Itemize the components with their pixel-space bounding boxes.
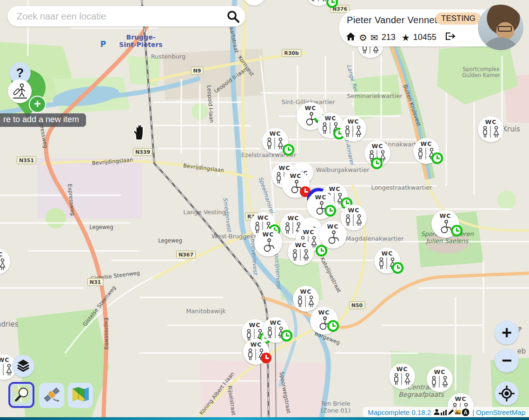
folded-map-icon xyxy=(71,385,90,406)
marker-wc-label: WC xyxy=(300,288,312,295)
marker-wc-label: WC xyxy=(249,322,261,328)
map-marker-toilet[interactable]: WC xyxy=(288,239,314,265)
satellite-icon xyxy=(42,385,61,406)
bot-icon[interactable] xyxy=(462,408,469,416)
map-marker-toilet[interactable]: WC xyxy=(478,116,504,142)
layers-button[interactable] xyxy=(12,355,34,377)
marker-wc-label: WC xyxy=(382,250,393,257)
map-marker-toilet[interactable]: WC xyxy=(282,170,310,198)
male-female-icon xyxy=(0,258,7,271)
map-marker-toilet[interactable]: WC xyxy=(389,363,415,389)
mapcomplete-version-link[interactable]: Mapcomplete 0.18.2 xyxy=(368,408,431,416)
add-item-tooltip: re to add a new item xyxy=(0,113,86,127)
crosshair-icon xyxy=(498,385,515,402)
star-count[interactable]: 10455 xyxy=(413,33,436,42)
map-marker-toilet[interactable]: WC xyxy=(243,339,269,365)
opening-hours-open-badge xyxy=(431,152,443,164)
map-marker-toilet[interactable]: WC xyxy=(307,191,335,219)
add-new-item-button[interactable]: + xyxy=(29,96,46,113)
messages-icon[interactable]: ✉ xyxy=(370,33,378,42)
opening-hours-open-badge xyxy=(324,204,337,217)
map-marker-toilet[interactable]: WC xyxy=(306,0,332,6)
opening-hours-open-badge xyxy=(280,329,293,342)
pencil-icon[interactable] xyxy=(448,409,454,415)
marker-wc-label: WC xyxy=(303,229,315,236)
map-marker-toilet[interactable]: WC xyxy=(374,248,400,274)
background-satellite-button[interactable] xyxy=(39,383,64,408)
opening-hours-open-badge xyxy=(327,320,339,332)
theme-icon[interactable] xyxy=(455,409,461,415)
map-marker-toilet[interactable]: WC xyxy=(427,366,453,392)
marker-wc-label: WC xyxy=(288,215,299,222)
search-input[interactable] xyxy=(7,11,226,22)
marker-wc-label: WC xyxy=(315,194,327,201)
map-marker-toilet[interactable]: WC xyxy=(0,249,10,275)
map-marker-toilet[interactable]: WC xyxy=(340,116,366,142)
message-count[interactable]: 213 xyxy=(382,33,396,42)
map-marker-toilet[interactable]: WC xyxy=(364,140,390,166)
map-marker-toilet[interactable]: WC xyxy=(263,317,289,343)
male-female-icon xyxy=(266,138,284,150)
theme-logo-button[interactable] xyxy=(8,79,32,103)
geolocate-button[interactable] xyxy=(495,381,519,406)
male-female-icon xyxy=(344,214,363,227)
openstreetmap-link[interactable]: OpenStreetMap xyxy=(476,408,525,416)
toilet-theme-icon xyxy=(11,82,29,101)
bottom-accent-bar xyxy=(0,417,529,420)
map-marker-toilet[interactable]: WC xyxy=(243,0,265,6)
marker-wc-label: WC xyxy=(397,366,408,373)
marker-wc-label: WC xyxy=(295,242,307,249)
marker-wc-label: WC xyxy=(421,140,432,147)
map-marker-toilet[interactable]: WC xyxy=(413,138,439,164)
help-label: ? xyxy=(16,66,24,80)
male-female-icon xyxy=(0,364,13,376)
marker-wc-label: WC xyxy=(327,223,339,230)
background-map-button[interactable] xyxy=(68,383,93,408)
opening-hours-open-badge xyxy=(326,0,338,8)
wheelchair-icon xyxy=(325,230,340,244)
background-osm-button[interactable] xyxy=(8,382,34,408)
opening-hours-open-badge xyxy=(391,262,404,274)
map-marker-toilet[interactable]: WC xyxy=(310,307,338,335)
map-marker-toilet[interactable]: WC xyxy=(262,128,288,154)
male-female-icon xyxy=(310,0,328,2)
home-icon[interactable] xyxy=(346,32,356,43)
star-icon: ★ xyxy=(402,33,410,42)
wheelchair-icon xyxy=(261,238,276,252)
logout-icon[interactable] xyxy=(444,32,456,43)
marker-wc-label: WC xyxy=(348,207,360,214)
marker-wc-label: WC xyxy=(455,395,467,402)
testing-badge: TESTING xyxy=(436,13,481,25)
male-female-icon xyxy=(297,295,315,308)
opening-hours-closed-badge xyxy=(260,352,272,364)
map-marker-toilet[interactable]: WC xyxy=(254,229,282,256)
zoom-in-button[interactable]: + xyxy=(495,321,519,345)
marker-wc-label: WC xyxy=(348,118,359,125)
map-marker-toilet[interactable]: WC xyxy=(431,210,459,238)
hand-cursor-icon xyxy=(132,124,146,143)
opening-hours-open-badge xyxy=(450,224,463,237)
map-marker-toilet[interactable]: WC xyxy=(293,286,319,312)
marker-wc-label: WC xyxy=(329,185,341,192)
marker-wc-label: WC xyxy=(318,309,330,316)
statistics-icon[interactable] xyxy=(440,409,447,415)
contributor-icon[interactable] xyxy=(434,409,440,415)
marker-wc-label: WC xyxy=(434,368,446,375)
avatar[interactable] xyxy=(478,5,523,50)
search-icon[interactable] xyxy=(226,9,240,23)
map-marker-toilet[interactable]: WC xyxy=(317,112,344,138)
zoom-out-button[interactable]: − xyxy=(495,348,519,373)
gear-icon[interactable]: ⚙ xyxy=(359,33,367,42)
marker-wc-label: WC xyxy=(485,118,497,125)
marker-wc-label: WC xyxy=(251,341,262,348)
marker-wc-label: WC xyxy=(0,356,9,363)
marker-wc-label: WC xyxy=(0,251,3,258)
marker-wc-label: WC xyxy=(279,164,291,171)
map-marker-toilet[interactable]: WC xyxy=(341,204,367,230)
mapcomplete-app: Brugge- Sint-PietersRustenburgSint-Gilli… xyxy=(0,0,529,420)
male-female-icon xyxy=(393,373,411,386)
map-marker-toilet[interactable]: WC xyxy=(319,221,347,249)
user-name[interactable]: Pieter Vander Vennet xyxy=(347,15,437,26)
marker-wc-label: WC xyxy=(270,130,281,137)
marker-wc-label: WC xyxy=(263,231,274,238)
